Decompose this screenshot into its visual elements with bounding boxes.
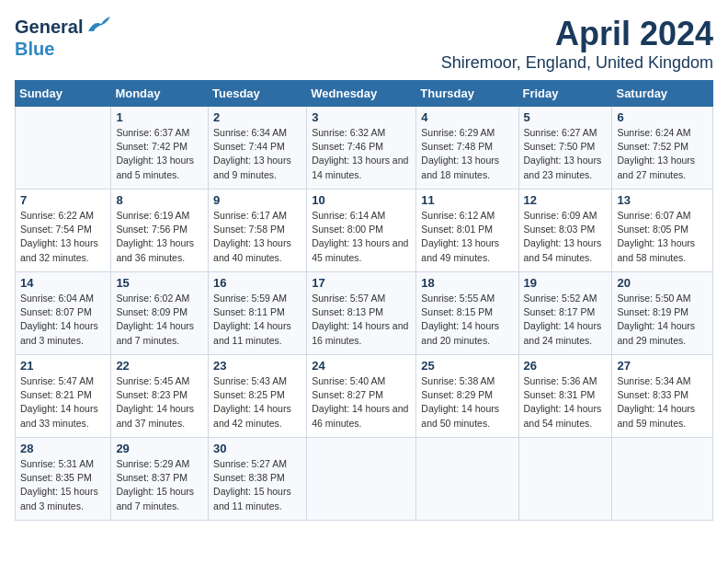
calendar-cell: 15Sunrise: 6:02 AMSunset: 8:09 PMDayligh… xyxy=(111,272,209,355)
day-number: 22 xyxy=(116,359,203,373)
calendar-week-row: 7Sunrise: 6:22 AMSunset: 7:54 PMDaylight… xyxy=(16,190,713,272)
weekday-header-friday: Friday xyxy=(518,81,612,107)
calendar-cell: 14Sunrise: 6:04 AMSunset: 8:07 PMDayligh… xyxy=(16,272,111,355)
day-info: Sunrise: 5:38 AMSunset: 8:29 PMDaylight:… xyxy=(421,374,513,431)
calendar-cell: 12Sunrise: 6:09 AMSunset: 8:03 PMDayligh… xyxy=(518,190,612,272)
day-info: Sunrise: 5:55 AMSunset: 8:15 PMDaylight:… xyxy=(421,292,513,348)
day-number: 17 xyxy=(312,276,411,290)
day-info: Sunrise: 6:29 AMSunset: 7:48 PMDaylight:… xyxy=(421,126,513,182)
calendar-cell: 27Sunrise: 5:34 AMSunset: 8:33 PMDayligh… xyxy=(612,355,713,438)
day-number: 12 xyxy=(524,193,608,207)
calendar-cell: 20Sunrise: 5:50 AMSunset: 8:19 PMDayligh… xyxy=(612,272,713,355)
day-number: 1 xyxy=(116,110,203,124)
calendar-cell xyxy=(307,438,416,521)
day-number: 25 xyxy=(421,359,513,373)
calendar-cell xyxy=(518,438,612,521)
calendar-week-row: 28Sunrise: 5:31 AMSunset: 8:35 PMDayligh… xyxy=(16,438,713,521)
weekday-header-wednesday: Wednesday xyxy=(307,81,416,107)
day-number: 8 xyxy=(116,193,203,207)
day-info: Sunrise: 6:24 AMSunset: 7:52 PMDaylight:… xyxy=(617,126,708,182)
day-info: Sunrise: 6:34 AMSunset: 7:44 PMDaylight:… xyxy=(213,126,301,182)
weekday-header-tuesday: Tuesday xyxy=(209,81,307,107)
day-info: Sunrise: 6:37 AMSunset: 7:42 PMDaylight:… xyxy=(116,126,203,182)
day-info: Sunrise: 5:27 AMSunset: 8:38 PMDaylight:… xyxy=(213,457,301,513)
calendar-cell: 13Sunrise: 6:07 AMSunset: 8:05 PMDayligh… xyxy=(612,190,713,272)
calendar-cell: 2Sunrise: 6:34 AMSunset: 7:44 PMDaylight… xyxy=(209,107,307,190)
day-info: Sunrise: 6:04 AMSunset: 8:07 PMDaylight:… xyxy=(20,292,106,348)
calendar-cell: 7Sunrise: 6:22 AMSunset: 7:54 PMDaylight… xyxy=(16,190,111,272)
day-info: Sunrise: 5:57 AMSunset: 8:13 PMDaylight:… xyxy=(312,292,411,348)
calendar-cell: 25Sunrise: 5:38 AMSunset: 8:29 PMDayligh… xyxy=(416,355,518,438)
calendar-cell: 16Sunrise: 5:59 AMSunset: 8:11 PMDayligh… xyxy=(209,272,307,355)
day-info: Sunrise: 6:09 AMSunset: 8:03 PMDaylight:… xyxy=(524,209,608,265)
calendar-cell: 18Sunrise: 5:55 AMSunset: 8:15 PMDayligh… xyxy=(416,272,518,355)
calendar-cell xyxy=(416,438,518,521)
day-number: 7 xyxy=(20,193,106,207)
day-number: 28 xyxy=(20,442,106,455)
logo: General Blue xyxy=(15,15,112,60)
day-info: Sunrise: 6:22 AMSunset: 7:54 PMDaylight:… xyxy=(20,209,106,265)
day-info: Sunrise: 6:17 AMSunset: 7:58 PMDaylight:… xyxy=(213,209,301,265)
day-info: Sunrise: 5:40 AMSunset: 8:27 PMDaylight:… xyxy=(312,374,411,431)
day-number: 4 xyxy=(421,110,513,124)
calendar-week-row: 14Sunrise: 6:04 AMSunset: 8:07 PMDayligh… xyxy=(16,272,713,355)
day-number: 13 xyxy=(617,193,708,207)
day-info: Sunrise: 6:02 AMSunset: 8:09 PMDaylight:… xyxy=(116,292,203,348)
day-number: 27 xyxy=(617,359,708,373)
day-info: Sunrise: 5:29 AMSunset: 8:37 PMDaylight:… xyxy=(116,457,203,513)
day-number: 18 xyxy=(421,276,513,290)
main-title: April 2024 xyxy=(441,15,713,53)
page-header: General Blue April 2024 Shiremoor, Engla… xyxy=(15,15,713,73)
day-info: Sunrise: 5:59 AMSunset: 8:11 PMDaylight:… xyxy=(213,292,301,348)
day-number: 15 xyxy=(116,276,203,290)
logo-blue: Blue xyxy=(15,39,54,60)
day-number: 11 xyxy=(421,193,513,207)
calendar-cell: 10Sunrise: 6:14 AMSunset: 8:00 PMDayligh… xyxy=(307,190,416,272)
day-info: Sunrise: 5:34 AMSunset: 8:33 PMDaylight:… xyxy=(617,374,708,431)
day-number: 6 xyxy=(617,110,708,124)
weekday-header-thursday: Thursday xyxy=(416,81,518,107)
logo-general: General xyxy=(15,17,83,38)
day-number: 21 xyxy=(20,359,106,373)
day-info: Sunrise: 5:50 AMSunset: 8:19 PMDaylight:… xyxy=(617,292,708,348)
calendar-cell: 23Sunrise: 5:43 AMSunset: 8:25 PMDayligh… xyxy=(209,355,307,438)
calendar-cell: 22Sunrise: 5:45 AMSunset: 8:23 PMDayligh… xyxy=(111,355,209,438)
calendar-week-row: 21Sunrise: 5:47 AMSunset: 8:21 PMDayligh… xyxy=(16,355,713,438)
day-number: 26 xyxy=(524,359,608,373)
logo-bird-icon xyxy=(86,15,112,39)
day-number: 16 xyxy=(213,276,301,290)
day-info: Sunrise: 5:47 AMSunset: 8:21 PMDaylight:… xyxy=(20,374,106,431)
calendar-cell: 9Sunrise: 6:17 AMSunset: 7:58 PMDaylight… xyxy=(209,190,307,272)
calendar-cell: 26Sunrise: 5:36 AMSunset: 8:31 PMDayligh… xyxy=(518,355,612,438)
subtitle: Shiremoor, England, United Kingdom xyxy=(441,53,713,73)
calendar-week-row: 1Sunrise: 6:37 AMSunset: 7:42 PMDaylight… xyxy=(16,107,713,190)
calendar-cell: 21Sunrise: 5:47 AMSunset: 8:21 PMDayligh… xyxy=(16,355,111,438)
day-number: 10 xyxy=(312,193,411,207)
day-info: Sunrise: 6:19 AMSunset: 7:56 PMDaylight:… xyxy=(116,209,203,265)
weekday-header-saturday: Saturday xyxy=(612,81,713,107)
weekday-header-sunday: Sunday xyxy=(16,81,111,107)
weekday-header-row: SundayMondayTuesdayWednesdayThursdayFrid… xyxy=(16,81,713,107)
day-number: 29 xyxy=(116,442,203,455)
day-info: Sunrise: 5:52 AMSunset: 8:17 PMDaylight:… xyxy=(524,292,608,348)
day-info: Sunrise: 5:43 AMSunset: 8:25 PMDaylight:… xyxy=(213,374,301,431)
calendar-cell: 24Sunrise: 5:40 AMSunset: 8:27 PMDayligh… xyxy=(307,355,416,438)
day-info: Sunrise: 6:32 AMSunset: 7:46 PMDaylight:… xyxy=(312,126,411,182)
calendar-cell: 6Sunrise: 6:24 AMSunset: 7:52 PMDaylight… xyxy=(612,107,713,190)
calendar-cell: 8Sunrise: 6:19 AMSunset: 7:56 PMDaylight… xyxy=(111,190,209,272)
calendar-cell: 4Sunrise: 6:29 AMSunset: 7:48 PMDaylight… xyxy=(416,107,518,190)
day-info: Sunrise: 6:07 AMSunset: 8:05 PMDaylight:… xyxy=(617,209,708,265)
calendar-cell: 28Sunrise: 5:31 AMSunset: 8:35 PMDayligh… xyxy=(16,438,111,521)
day-number: 19 xyxy=(524,276,608,290)
calendar-cell: 3Sunrise: 6:32 AMSunset: 7:46 PMDaylight… xyxy=(307,107,416,190)
day-info: Sunrise: 5:31 AMSunset: 8:35 PMDaylight:… xyxy=(20,457,106,513)
title-block: April 2024 Shiremoor, England, United Ki… xyxy=(441,15,713,73)
calendar-cell: 17Sunrise: 5:57 AMSunset: 8:13 PMDayligh… xyxy=(307,272,416,355)
day-number: 24 xyxy=(312,359,411,373)
calendar-cell xyxy=(16,107,111,190)
calendar-cell: 19Sunrise: 5:52 AMSunset: 8:17 PMDayligh… xyxy=(518,272,612,355)
calendar-cell: 11Sunrise: 6:12 AMSunset: 8:01 PMDayligh… xyxy=(416,190,518,272)
day-info: Sunrise: 5:36 AMSunset: 8:31 PMDaylight:… xyxy=(524,374,608,431)
calendar-cell: 30Sunrise: 5:27 AMSunset: 8:38 PMDayligh… xyxy=(209,438,307,521)
calendar-cell: 1Sunrise: 6:37 AMSunset: 7:42 PMDaylight… xyxy=(111,107,209,190)
